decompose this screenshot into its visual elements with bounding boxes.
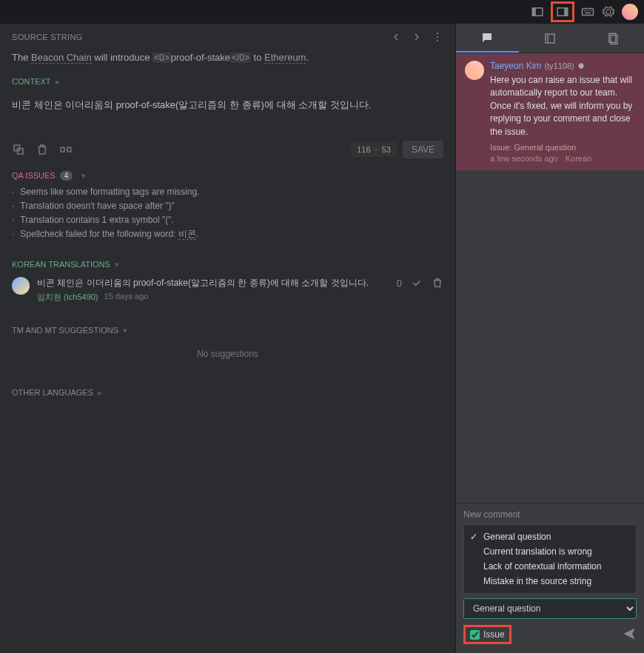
delete-icon[interactable] xyxy=(432,277,443,289)
qa-issues-toggle[interactable]: QA ISSUES4▾ xyxy=(12,171,443,181)
issue-checkbox[interactable] xyxy=(470,630,480,640)
translation-row: 비콘 체인은 이더리움의 proof-of-stake(알고리즘의 한 종류)에… xyxy=(12,269,443,310)
tm-suggestions-toggle[interactable]: TM AND MT SUGGESTIONS▾ xyxy=(12,326,443,335)
clear-icon[interactable] xyxy=(36,143,49,156)
context-toggle[interactable]: CONTEXT▸ xyxy=(0,74,455,90)
svg-rect-5 xyxy=(584,10,586,12)
commenter-avatar xyxy=(465,61,484,80)
svg-point-10 xyxy=(437,33,438,34)
svg-point-11 xyxy=(437,36,438,38)
qa-issue-item: Translation doesn't have space after ")" xyxy=(12,199,443,213)
source-string-label: SOURCE STRING xyxy=(12,33,83,41)
commenter-name[interactable]: Taeyeon Kim xyxy=(490,61,541,71)
more-icon[interactable] xyxy=(432,31,443,43)
vote-count: 0 xyxy=(397,278,402,289)
svg-rect-7 xyxy=(588,10,590,12)
translation-time: 15 days ago xyxy=(104,292,149,303)
translation-text: 비콘 체인은 이더리움의 proof-of-stake(알고리즘의 한 종류)에… xyxy=(37,277,389,289)
svg-point-12 xyxy=(437,40,438,41)
gear-icon[interactable] xyxy=(601,4,616,19)
no-suggestions-text: No suggestions xyxy=(12,335,443,372)
other-languages-toggle[interactable]: OTHER LANGUAGES▸ xyxy=(12,388,443,398)
tab-files[interactable] xyxy=(581,24,644,53)
dropdown-option[interactable]: General question xyxy=(464,529,636,544)
svg-rect-4 xyxy=(583,9,594,16)
svg-rect-1 xyxy=(532,8,536,16)
qa-issue-item: Translation contains 1 extra symbol "(". xyxy=(12,213,443,227)
korean-translations-toggle[interactable]: KOREAN TRANSLATIONS▾ xyxy=(12,260,443,269)
panel-left-icon[interactable] xyxy=(530,4,545,19)
svg-rect-3 xyxy=(564,8,568,16)
comments-panel: Taeyeon Kim (ty1108) Here you can raise … xyxy=(456,24,644,653)
issue-checkbox-label: Issue xyxy=(483,629,505,640)
svg-rect-17 xyxy=(546,34,554,43)
char-count: 116·53 xyxy=(351,142,397,157)
translator-name[interactable]: 임치현 (Ich5490) xyxy=(37,292,98,303)
editor-panel: SOURCE STRING The Beacon Chain will intr… xyxy=(0,24,456,653)
translator-avatar xyxy=(12,277,30,295)
translation-input[interactable]: 비콘 체인은 이더리움의 proof-of-stake(알고리즘의 한 종류)에… xyxy=(0,90,455,134)
prev-string-icon[interactable] xyxy=(390,31,402,43)
commenter-handle: (ty1108) xyxy=(544,61,574,70)
comment-time: a few seconds ago xyxy=(490,154,558,163)
issue-checkbox-wrap[interactable]: Issue xyxy=(463,625,511,644)
save-button[interactable]: SAVE xyxy=(403,141,443,158)
user-avatar[interactable] xyxy=(622,4,638,20)
qa-issue-item: Spellcheck failed for the following word… xyxy=(12,227,443,241)
text-mode-icon[interactable] xyxy=(59,143,73,156)
keyboard-icon[interactable] xyxy=(580,4,595,19)
comment-lang: Korean xyxy=(566,154,591,163)
comment-card: Taeyeon Kim (ty1108) Here you can raise … xyxy=(456,53,644,170)
svg-rect-8 xyxy=(591,10,592,12)
dropdown-option[interactable]: Current translation is wrong xyxy=(464,544,636,559)
dropdown-option[interactable]: Lack of contextual information xyxy=(464,559,636,574)
source-text: The Beacon Chain will introduce <0>proof… xyxy=(0,47,455,74)
send-comment-button[interactable] xyxy=(622,626,637,643)
svg-rect-6 xyxy=(586,10,588,12)
copy-source-icon[interactable] xyxy=(12,143,25,156)
dropdown-option[interactable]: Mistake in the source string xyxy=(464,574,636,589)
svg-rect-9 xyxy=(585,13,591,14)
verified-icon xyxy=(577,62,585,70)
tab-terms[interactable] xyxy=(519,24,582,53)
new-comment-label: New comment xyxy=(463,509,637,520)
issue-type-dropdown[interactable]: General question Current translation is … xyxy=(463,524,637,594)
top-toolbar xyxy=(0,0,644,24)
svg-rect-15 xyxy=(61,147,64,152)
svg-rect-16 xyxy=(67,147,71,152)
panel-right-icon[interactable] xyxy=(551,1,574,22)
next-string-icon[interactable] xyxy=(411,31,423,43)
qa-issue-item: Seems like some formatting tags are miss… xyxy=(12,185,443,199)
tab-comments[interactable] xyxy=(456,24,519,53)
issue-type-select[interactable]: General question xyxy=(463,598,637,619)
approve-icon[interactable] xyxy=(411,277,423,289)
comment-text: Here you can raise an issue that will au… xyxy=(490,74,635,138)
comment-issue-label: Issue: General question xyxy=(490,143,635,152)
